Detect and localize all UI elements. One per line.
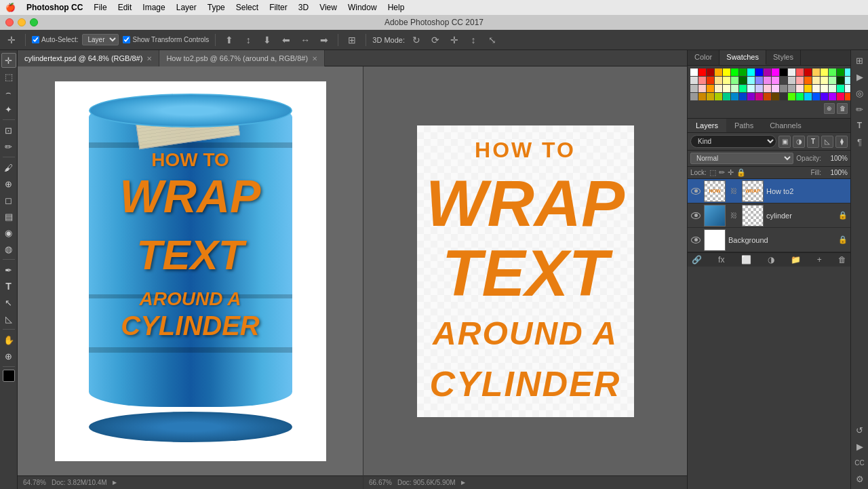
swatch-color[interactable] <box>731 77 738 84</box>
swatch-color[interactable] <box>812 93 820 100</box>
swatch-color[interactable] <box>739 93 747 100</box>
swatch-color[interactable] <box>780 69 787 76</box>
eyedropper-tool[interactable]: ✏ <box>1 139 16 154</box>
gradient-tool[interactable]: ▤ <box>1 209 16 224</box>
menu-view[interactable]: View <box>319 3 337 12</box>
left-canvas[interactable]: HOW TO WRAP TEXT AROUND A <box>18 66 363 489</box>
color-tab[interactable]: Color <box>688 50 719 65</box>
swatch-color[interactable] <box>796 69 804 76</box>
zoom-tool[interactable]: ⊕ <box>1 349 16 364</box>
styles-icon[interactable]: ◎ <box>852 85 867 100</box>
align-bottom-icon[interactable]: ⬇ <box>260 33 275 47</box>
3d-roll-icon[interactable]: ⟳ <box>428 33 443 47</box>
tab-left-close[interactable]: ✕ <box>146 55 152 62</box>
swatch-color[interactable] <box>829 93 836 100</box>
history-icon[interactable]: ↺ <box>852 423 867 437</box>
filter-pixel-icon[interactable]: ▣ <box>778 136 791 148</box>
menu-select[interactable]: Select <box>236 3 258 12</box>
tab-left-doc[interactable]: cylindertext.psd @ 64.8% (RGB/8#) ✕ <box>18 50 159 66</box>
swatch-color[interactable] <box>812 77 820 84</box>
lock-transparent-icon[interactable]: ⬚ <box>709 168 716 177</box>
swatch-color[interactable] <box>821 77 828 84</box>
add-group-button[interactable]: 📁 <box>791 255 801 265</box>
3d-rotate-icon[interactable]: ↻ <box>409 33 424 47</box>
swatch-color[interactable] <box>698 93 706 100</box>
swatch-color[interactable] <box>764 85 771 92</box>
swatch-color[interactable] <box>788 77 795 84</box>
dist-icon[interactable]: ⊞ <box>344 33 359 47</box>
path-select-tool[interactable]: ↖ <box>1 295 16 310</box>
swatch-color[interactable] <box>707 93 714 100</box>
swatch-color[interactable] <box>788 85 795 92</box>
swatch-color[interactable] <box>796 77 804 84</box>
swatch-color[interactable] <box>698 77 706 84</box>
foreground-color[interactable] <box>3 370 15 382</box>
swatch-color[interactable] <box>772 85 779 92</box>
swatch-color[interactable] <box>715 69 722 76</box>
swatch-color[interactable] <box>788 69 795 76</box>
swatch-action-delete[interactable]: 🗑 <box>837 103 848 114</box>
swatch-color[interactable] <box>698 85 706 92</box>
menu-filter[interactable]: Filter <box>269 3 288 12</box>
menu-3d[interactable]: 3D <box>298 3 309 12</box>
swatch-color[interactable] <box>837 77 844 84</box>
swatch-color[interactable] <box>723 77 730 84</box>
swatch-color[interactable] <box>812 85 820 92</box>
lock-position-icon[interactable]: ✛ <box>728 168 734 177</box>
filter-shape-icon[interactable]: ◺ <box>821 136 833 148</box>
swatch-color[interactable] <box>739 69 747 76</box>
add-adjustment-button[interactable]: ◑ <box>768 255 774 265</box>
menu-window[interactable]: Window <box>348 3 377 12</box>
swatch-color[interactable] <box>690 85 698 92</box>
menu-image[interactable]: Image <box>142 3 165 12</box>
selection-tool[interactable]: ⬚ <box>1 69 16 84</box>
swatch-color[interactable] <box>780 85 787 92</box>
swatch-color[interactable] <box>837 69 844 76</box>
eraser-tool[interactable]: ◻ <box>1 193 16 208</box>
menu-help[interactable]: Help <box>388 3 405 12</box>
swatch-color[interactable] <box>845 77 850 84</box>
swatch-color[interactable] <box>707 77 714 84</box>
swatch-color[interactable] <box>747 69 755 76</box>
swatch-color[interactable] <box>804 85 812 92</box>
swatch-color[interactable] <box>796 85 804 92</box>
3d-scale-icon[interactable]: ⤡ <box>485 33 500 47</box>
swatch-color[interactable] <box>707 85 714 92</box>
swatch-color[interactable] <box>821 85 828 92</box>
filter-adjust-icon[interactable]: ◑ <box>793 136 805 148</box>
swatch-color[interactable] <box>723 69 730 76</box>
kind-select[interactable]: Kind <box>690 135 776 148</box>
swatch-color[interactable] <box>804 77 812 84</box>
lock-all-icon[interactable]: 🔒 <box>736 168 746 177</box>
pen-tool[interactable]: ✒ <box>1 262 16 277</box>
dodge-tool[interactable]: ◍ <box>1 241 16 256</box>
gear-icon[interactable]: ⚙ <box>852 471 867 486</box>
new-layer-button[interactable]: + <box>817 255 822 265</box>
swatch-color[interactable] <box>747 85 755 92</box>
swatch-color[interactable] <box>731 69 738 76</box>
menu-layer[interactable]: Layer <box>176 3 197 12</box>
swatch-color[interactable] <box>690 93 698 100</box>
swatch-color[interactable] <box>804 93 812 100</box>
swatch-color[interactable] <box>715 77 722 84</box>
layers-tab[interactable]: Layers <box>688 119 726 132</box>
swatch-action-create[interactable]: ⊕ <box>824 103 835 114</box>
swatch-color[interactable] <box>764 77 771 84</box>
layer-visibility-background[interactable] <box>690 235 701 246</box>
char-icon[interactable]: ¶ <box>852 134 867 149</box>
swatch-color[interactable] <box>739 85 747 92</box>
swatch-color[interactable] <box>772 69 779 76</box>
swatch-color[interactable] <box>780 93 787 100</box>
swatch-color[interactable] <box>755 77 763 84</box>
swatch-color[interactable] <box>829 85 836 92</box>
swatch-color[interactable] <box>690 77 698 84</box>
layer-item-howto2[interactable]: HOW ⛓ WRAP How to2 <box>688 179 850 203</box>
add-mask-button[interactable]: ⬜ <box>741 255 751 265</box>
add-effect-button[interactable]: fx <box>718 255 724 265</box>
filter-type-icon[interactable]: T <box>807 136 819 148</box>
maximize-button[interactable] <box>30 18 38 26</box>
minimize-button[interactable] <box>18 18 26 26</box>
stamp-tool[interactable]: ⊕ <box>1 176 16 191</box>
auto-select-dropdown[interactable]: Layer <box>82 34 119 45</box>
type-icon[interactable]: T <box>852 118 867 133</box>
